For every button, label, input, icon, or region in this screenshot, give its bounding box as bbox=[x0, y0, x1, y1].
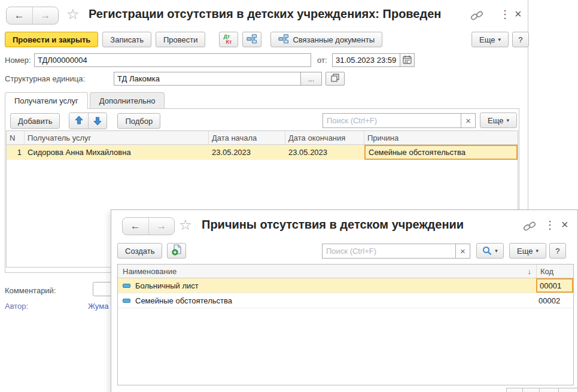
clear-icon: × bbox=[466, 116, 471, 126]
column-header-code[interactable]: Код bbox=[536, 265, 573, 278]
column-header-reason[interactable]: Причина bbox=[364, 131, 518, 144]
document-plus-icon bbox=[171, 244, 182, 257]
related-documents-button[interactable]: Связанные документы bbox=[270, 32, 382, 47]
tab-bar: Получатели услуг Дополнительно bbox=[5, 92, 166, 109]
number-field[interactable] bbox=[34, 53, 311, 67]
window-title: Причины отсутствия в детском учреждении bbox=[202, 218, 519, 232]
help-button[interactable]: ? bbox=[512, 32, 529, 47]
document-structure-button[interactable] bbox=[242, 32, 261, 47]
screen: ← → ☆ Регистрации отсутствия в детских у… bbox=[0, 0, 578, 392]
calendar-button[interactable] bbox=[400, 53, 415, 67]
help-button[interactable]: ? bbox=[549, 243, 566, 259]
chevron-down-icon: ▾ bbox=[536, 248, 539, 254]
unit-label: Структурная единица: bbox=[5, 74, 85, 83]
reasons-list: Наименование ↓ Код Больничный лист 00001… bbox=[117, 264, 574, 385]
post-and-close-button[interactable]: Провести и закрыть bbox=[5, 32, 98, 47]
code-cell[interactable]: 00002 bbox=[536, 293, 573, 308]
more-button[interactable]: Еще ▾ bbox=[471, 32, 509, 47]
open-icon bbox=[331, 74, 339, 84]
close-icon[interactable]: × bbox=[515, 8, 522, 20]
forward-button[interactable]: → bbox=[32, 7, 59, 24]
create-button[interactable]: Создать bbox=[117, 243, 162, 259]
arrow-up-icon bbox=[75, 116, 83, 126]
footer-cell bbox=[522, 388, 540, 392]
list-toolbar-right: × Еще ▾ bbox=[323, 113, 517, 128]
tab-recipients[interactable]: Получатели услуг bbox=[5, 92, 88, 109]
row-number-cell[interactable]: 1 bbox=[7, 145, 25, 160]
hierarchy-icon bbox=[278, 34, 289, 45]
code-cell[interactable]: 00001 bbox=[536, 278, 573, 293]
list-toolbar: Создать bbox=[117, 243, 186, 259]
get-link-icon[interactable] bbox=[470, 10, 483, 23]
write-button[interactable]: Записать bbox=[102, 32, 151, 47]
pick-button[interactable]: Подбор bbox=[117, 113, 160, 129]
date-end-cell[interactable]: 23.05.2023 bbox=[285, 145, 364, 160]
history-nav: ← → bbox=[122, 217, 175, 235]
column-header-recipient[interactable]: Получатель услуг bbox=[25, 131, 209, 144]
author-label: Автор: bbox=[5, 302, 28, 311]
move-down-button[interactable] bbox=[88, 113, 107, 129]
move-up-button[interactable] bbox=[69, 113, 88, 129]
number-label: Номер: bbox=[5, 56, 31, 65]
favorite-star-icon[interactable]: ☆ bbox=[66, 7, 80, 22]
search-magnifier-icon bbox=[482, 246, 492, 256]
hierarchy-icon bbox=[247, 34, 257, 45]
list-item[interactable]: Больничный лист 00001 bbox=[118, 278, 573, 293]
search-input[interactable] bbox=[322, 244, 456, 259]
add-button[interactable]: Добавить bbox=[10, 113, 60, 129]
post-button[interactable]: Провести bbox=[156, 32, 206, 47]
recipient-cell[interactable]: Сидорова Анна Михайловна bbox=[25, 145, 209, 160]
forward-icon: → bbox=[156, 220, 166, 232]
open-button[interactable] bbox=[325, 72, 345, 86]
chevron-down-icon: ▾ bbox=[498, 37, 501, 42]
table-header: N Получатель услуг Дата начала Дата окон… bbox=[7, 131, 518, 145]
chevron-down-icon: ▾ bbox=[506, 117, 509, 123]
more-button[interactable]: Еще ▾ bbox=[480, 113, 517, 128]
dtkt-icon: ДтКт bbox=[223, 34, 235, 45]
back-icon: ← bbox=[14, 10, 25, 22]
create-new-item-button[interactable] bbox=[167, 243, 186, 259]
date-start-cell[interactable]: 23.05.2023 bbox=[209, 145, 285, 160]
date-field[interactable] bbox=[332, 53, 400, 67]
list-toolbar: Добавить Подбор bbox=[10, 113, 160, 129]
arrow-down-icon bbox=[93, 117, 102, 126]
clear-search-button[interactable]: × bbox=[455, 244, 470, 259]
footer-cell bbox=[539, 388, 559, 392]
date-group bbox=[332, 53, 415, 67]
back-button[interactable]: ← bbox=[123, 218, 148, 235]
reason-cell[interactable]: Семейные обстоятельства bbox=[364, 145, 518, 160]
element-icon bbox=[123, 299, 130, 303]
move-group bbox=[69, 113, 107, 129]
menu-dots-icon[interactable]: ⋮ bbox=[500, 9, 510, 20]
forward-button[interactable]: → bbox=[148, 218, 175, 235]
column-header-n[interactable]: N bbox=[7, 131, 25, 144]
column-header-date-end[interactable]: Дата окончания bbox=[285, 131, 364, 144]
search-input[interactable] bbox=[323, 113, 461, 128]
choose-button[interactable]: ... bbox=[300, 72, 322, 86]
column-header-date-start[interactable]: Дата начала bbox=[209, 131, 285, 144]
column-header-name[interactable]: Наименование ↓ bbox=[118, 265, 536, 278]
get-link-icon[interactable] bbox=[523, 220, 536, 234]
calendar-icon bbox=[403, 55, 412, 66]
back-button[interactable]: ← bbox=[7, 7, 32, 24]
name-cell[interactable]: Семейные обстоятельства bbox=[118, 293, 536, 308]
table-row[interactable]: 1 Сидорова Анна Михайловна 23.05.2023 23… bbox=[7, 145, 518, 160]
search-options-button[interactable]: ▾ bbox=[476, 243, 504, 259]
author-link[interactable]: Жума bbox=[88, 302, 108, 311]
list-toolbar-right: × ▾ Еще ▾ ? bbox=[322, 243, 566, 259]
clear-icon: × bbox=[460, 246, 466, 256]
command-bar: Провести и закрыть Записать Провести ДтК… bbox=[5, 32, 382, 47]
tab-additional[interactable]: Дополнительно bbox=[90, 92, 165, 108]
posting-dtkt-button[interactable]: ДтКт bbox=[219, 32, 238, 47]
list-item[interactable]: Семейные обстоятельства 00002 bbox=[118, 293, 573, 308]
reasons-window: ← → ☆ Причины отсутствия в детском учреж… bbox=[111, 209, 578, 392]
name-cell[interactable]: Больничный лист bbox=[118, 278, 536, 293]
clear-search-button[interactable]: × bbox=[461, 113, 476, 128]
element-icon bbox=[123, 284, 130, 288]
menu-dots-icon[interactable]: ⋮ bbox=[544, 220, 555, 230]
unit-field[interactable] bbox=[114, 72, 301, 86]
more-button[interactable]: Еще ▾ bbox=[509, 243, 546, 259]
favorite-star-icon[interactable]: ☆ bbox=[179, 218, 192, 232]
close-icon[interactable]: × bbox=[561, 218, 568, 230]
command-bar-right: Еще ▾ ? bbox=[471, 32, 529, 47]
